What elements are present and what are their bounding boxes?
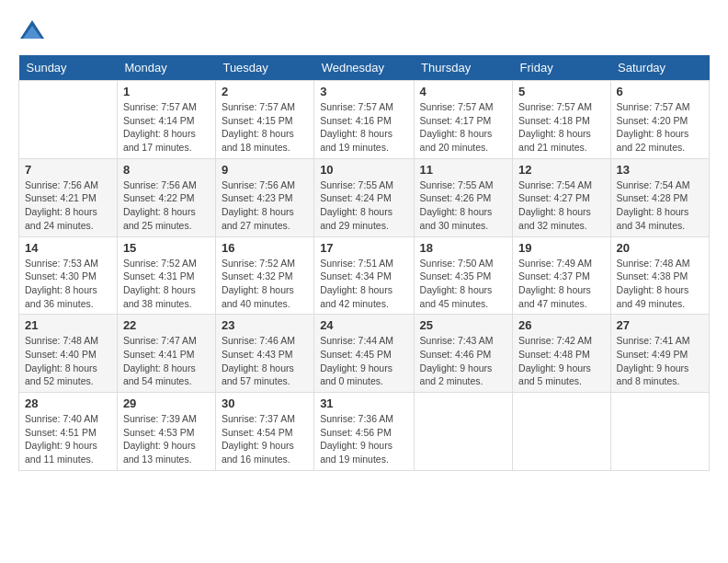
calendar-cell: 14Sunrise: 7:53 AMSunset: 4:30 PMDayligh… <box>19 236 118 315</box>
calendar-cell: 6Sunrise: 7:57 AMSunset: 4:20 PMDaylight… <box>610 81 709 159</box>
calendar-cell: 2Sunrise: 7:57 AMSunset: 4:15 PMDaylight… <box>215 81 313 159</box>
day-detail: Sunrise: 7:37 AMSunset: 4:54 PMDaylight:… <box>222 412 308 466</box>
day-number: 15 <box>123 241 210 255</box>
calendar-cell: 23Sunrise: 7:46 AMSunset: 4:43 PMDayligh… <box>215 315 313 393</box>
calendar-cell: 10Sunrise: 7:55 AMSunset: 4:24 PMDayligh… <box>314 158 414 236</box>
calendar-cell: 9Sunrise: 7:56 AMSunset: 4:23 PMDaylight… <box>215 158 313 236</box>
day-number: 12 <box>518 163 605 177</box>
calendar-cell: 21Sunrise: 7:48 AMSunset: 4:40 PMDayligh… <box>19 315 118 393</box>
day-number: 30 <box>222 396 308 410</box>
calendar-cell: 18Sunrise: 7:50 AMSunset: 4:35 PMDayligh… <box>414 236 513 315</box>
calendar-cell: 29Sunrise: 7:39 AMSunset: 4:53 PMDayligh… <box>117 393 215 471</box>
day-detail: Sunrise: 7:56 AMSunset: 4:22 PMDaylight:… <box>123 178 210 233</box>
calendar-header-row: SundayMondayTuesdayWednesdayThursdayFrid… <box>19 55 710 81</box>
day-detail: Sunrise: 7:56 AMSunset: 4:23 PMDaylight:… <box>222 178 308 233</box>
calendar-week-1: 1Sunrise: 7:57 AMSunset: 4:14 PMDaylight… <box>19 81 710 159</box>
calendar-cell <box>610 393 709 471</box>
day-number: 21 <box>25 318 111 332</box>
day-detail: Sunrise: 7:51 AMSunset: 4:34 PMDaylight:… <box>320 257 407 311</box>
calendar-cell: 12Sunrise: 7:54 AMSunset: 4:27 PMDayligh… <box>513 158 611 236</box>
day-number: 10 <box>320 163 407 177</box>
day-number: 13 <box>617 163 703 177</box>
day-number: 11 <box>420 163 507 177</box>
day-number: 5 <box>518 85 605 98</box>
day-number: 20 <box>617 241 703 255</box>
calendar-cell: 30Sunrise: 7:37 AMSunset: 4:54 PMDayligh… <box>215 393 313 471</box>
calendar-cell: 27Sunrise: 7:41 AMSunset: 4:49 PMDayligh… <box>610 315 709 393</box>
day-number: 18 <box>420 241 507 255</box>
day-header-friday: Friday <box>513 55 611 81</box>
day-header-monday: Monday <box>117 55 215 81</box>
day-number: 1 <box>123 85 210 98</box>
day-detail: Sunrise: 7:36 AMSunset: 4:56 PMDaylight:… <box>320 412 407 466</box>
day-detail: Sunrise: 7:54 AMSunset: 4:27 PMDaylight:… <box>518 178 605 233</box>
day-detail: Sunrise: 7:48 AMSunset: 4:38 PMDaylight:… <box>617 257 703 311</box>
day-header-tuesday: Tuesday <box>215 55 313 81</box>
day-detail: Sunrise: 7:53 AMSunset: 4:30 PMDaylight:… <box>25 257 111 311</box>
day-detail: Sunrise: 7:47 AMSunset: 4:41 PMDaylight:… <box>123 334 210 388</box>
day-number: 6 <box>617 85 703 98</box>
day-number: 19 <box>518 241 605 255</box>
day-detail: Sunrise: 7:49 AMSunset: 4:37 PMDaylight:… <box>518 257 605 311</box>
calendar-cell: 1Sunrise: 7:57 AMSunset: 4:14 PMDaylight… <box>117 81 215 159</box>
day-detail: Sunrise: 7:46 AMSunset: 4:43 PMDaylight:… <box>222 334 308 388</box>
calendar-week-3: 14Sunrise: 7:53 AMSunset: 4:30 PMDayligh… <box>19 236 710 315</box>
day-number: 17 <box>320 241 407 255</box>
day-detail: Sunrise: 7:55 AMSunset: 4:24 PMDaylight:… <box>320 178 407 233</box>
day-number: 28 <box>25 396 111 410</box>
calendar-week-2: 7Sunrise: 7:56 AMSunset: 4:21 PMDaylight… <box>19 158 710 236</box>
day-detail: Sunrise: 7:52 AMSunset: 4:31 PMDaylight:… <box>123 257 210 311</box>
day-detail: Sunrise: 7:41 AMSunset: 4:49 PMDaylight:… <box>617 334 703 388</box>
day-detail: Sunrise: 7:48 AMSunset: 4:40 PMDaylight:… <box>25 334 111 388</box>
day-header-wednesday: Wednesday <box>314 55 414 81</box>
calendar-cell: 26Sunrise: 7:42 AMSunset: 4:48 PMDayligh… <box>513 315 611 393</box>
calendar-cell: 3Sunrise: 7:57 AMSunset: 4:16 PMDaylight… <box>314 81 414 159</box>
day-detail: Sunrise: 7:57 AMSunset: 4:16 PMDaylight:… <box>320 100 407 155</box>
day-detail: Sunrise: 7:57 AMSunset: 4:14 PMDaylight:… <box>123 100 210 155</box>
calendar-cell: 4Sunrise: 7:57 AMSunset: 4:17 PMDaylight… <box>414 81 513 159</box>
calendar-cell <box>513 393 611 471</box>
calendar-cell: 11Sunrise: 7:55 AMSunset: 4:26 PMDayligh… <box>414 158 513 236</box>
calendar-week-5: 28Sunrise: 7:40 AMSunset: 4:51 PMDayligh… <box>19 393 710 471</box>
day-detail: Sunrise: 7:57 AMSunset: 4:18 PMDaylight:… <box>518 100 605 155</box>
logo <box>18 18 50 46</box>
day-detail: Sunrise: 7:42 AMSunset: 4:48 PMDaylight:… <box>518 334 605 388</box>
calendar-cell: 13Sunrise: 7:54 AMSunset: 4:28 PMDayligh… <box>610 158 709 236</box>
calendar-cell: 17Sunrise: 7:51 AMSunset: 4:34 PMDayligh… <box>314 236 414 315</box>
calendar-cell <box>414 393 513 471</box>
calendar-cell <box>19 81 118 159</box>
day-detail: Sunrise: 7:57 AMSunset: 4:17 PMDaylight:… <box>420 100 507 155</box>
calendar-cell: 20Sunrise: 7:48 AMSunset: 4:38 PMDayligh… <box>610 236 709 315</box>
calendar-cell: 22Sunrise: 7:47 AMSunset: 4:41 PMDayligh… <box>117 315 215 393</box>
page-header <box>18 18 710 46</box>
calendar-cell: 24Sunrise: 7:44 AMSunset: 4:45 PMDayligh… <box>314 315 414 393</box>
calendar-cell: 15Sunrise: 7:52 AMSunset: 4:31 PMDayligh… <box>117 236 215 315</box>
day-header-thursday: Thursday <box>414 55 513 81</box>
calendar-cell: 19Sunrise: 7:49 AMSunset: 4:37 PMDayligh… <box>513 236 611 315</box>
day-number: 2 <box>222 85 308 98</box>
day-number: 7 <box>25 163 111 177</box>
day-detail: Sunrise: 7:54 AMSunset: 4:28 PMDaylight:… <box>617 178 703 233</box>
day-number: 23 <box>222 318 308 332</box>
day-detail: Sunrise: 7:40 AMSunset: 4:51 PMDaylight:… <box>25 412 111 466</box>
calendar-week-4: 21Sunrise: 7:48 AMSunset: 4:40 PMDayligh… <box>19 315 710 393</box>
calendar-cell: 31Sunrise: 7:36 AMSunset: 4:56 PMDayligh… <box>314 393 414 471</box>
day-detail: Sunrise: 7:43 AMSunset: 4:46 PMDaylight:… <box>420 334 507 388</box>
day-number: 25 <box>420 318 507 332</box>
day-detail: Sunrise: 7:52 AMSunset: 4:32 PMDaylight:… <box>222 257 308 311</box>
calendar-table: SundayMondayTuesdayWednesdayThursdayFrid… <box>18 55 710 471</box>
calendar-cell: 28Sunrise: 7:40 AMSunset: 4:51 PMDayligh… <box>19 393 118 471</box>
day-number: 8 <box>123 163 210 177</box>
day-number: 16 <box>222 241 308 255</box>
calendar-cell: 8Sunrise: 7:56 AMSunset: 4:22 PMDaylight… <box>117 158 215 236</box>
day-number: 26 <box>518 318 605 332</box>
day-detail: Sunrise: 7:39 AMSunset: 4:53 PMDaylight:… <box>123 412 210 466</box>
day-detail: Sunrise: 7:50 AMSunset: 4:35 PMDaylight:… <box>420 257 507 311</box>
day-number: 24 <box>320 318 407 332</box>
day-number: 29 <box>123 396 210 410</box>
day-number: 4 <box>420 85 507 98</box>
day-detail: Sunrise: 7:55 AMSunset: 4:26 PMDaylight:… <box>420 178 507 233</box>
calendar-cell: 25Sunrise: 7:43 AMSunset: 4:46 PMDayligh… <box>414 315 513 393</box>
calendar-cell: 7Sunrise: 7:56 AMSunset: 4:21 PMDaylight… <box>19 158 118 236</box>
day-number: 14 <box>25 241 111 255</box>
